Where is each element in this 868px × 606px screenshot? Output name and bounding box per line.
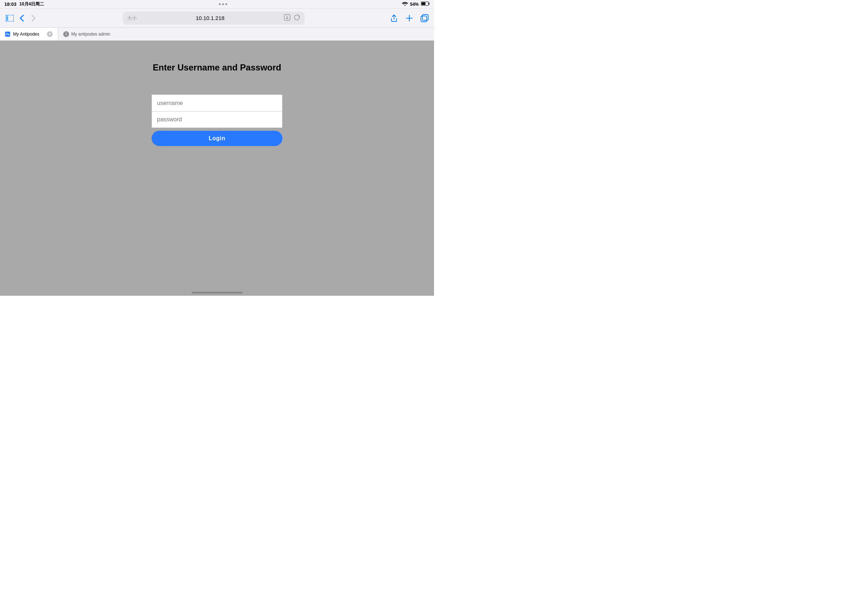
status-center-dots (219, 3, 227, 5)
address-bar-container: 大小 10.10.1.218 (42, 12, 385, 25)
reader-mode-text: 大小 (127, 15, 137, 22)
browser-nav-right (389, 13, 429, 23)
share-button[interactable] (389, 13, 399, 23)
status-bar: 18:03 10月4日周二 54% (0, 0, 434, 9)
login-button[interactable]: Login (152, 131, 282, 146)
dot-3 (225, 3, 227, 5)
dot-1 (219, 3, 221, 5)
page-content: Enter Username and Password Login (0, 41, 434, 296)
svg-rect-1 (429, 3, 429, 5)
wifi-icon (402, 2, 408, 7)
tab-close-my-antipodes[interactable]: ✕ (47, 31, 53, 37)
home-indicator (192, 292, 242, 294)
address-bar[interactable]: 大小 10.10.1.218 (123, 12, 305, 25)
svg-rect-8 (422, 14, 428, 20)
url-display: 10.10.1.218 (140, 15, 281, 21)
status-bar-right: 54% (402, 2, 429, 7)
login-form: Login (152, 94, 282, 146)
status-bar-left: 18:03 10月4日周二 (5, 1, 44, 7)
sidebar-toggle-button[interactable] (5, 13, 15, 24)
svg-rect-7 (421, 16, 427, 22)
battery-icon (421, 2, 429, 7)
tab-antipodes-admin[interactable]: 1 My antipodes admin (58, 28, 115, 40)
page-title: Enter Username and Password (153, 62, 281, 73)
tab-badge-admin: 1 (63, 31, 69, 37)
back-button[interactable] (17, 13, 27, 23)
tab-title-my-antipodes: My Antipodes (13, 32, 44, 37)
password-input[interactable] (152, 111, 282, 128)
tab-title-admin: My antipodes admin (71, 32, 110, 37)
status-date: 10月4日周二 (19, 1, 44, 7)
reload-icon[interactable] (294, 14, 300, 22)
dot-2 (222, 3, 224, 5)
forward-button[interactable] (28, 13, 39, 23)
browser-chrome: 大小 10.10.1.218 (0, 9, 434, 28)
status-time: 18:03 (5, 2, 16, 7)
tab-favicon-antipodes (5, 32, 10, 37)
tab-my-antipodes[interactable]: My Antipodes ✕ (0, 28, 58, 40)
add-tab-button[interactable] (404, 13, 414, 23)
svg-rect-2 (422, 3, 426, 5)
tab-overview-button[interactable] (420, 13, 429, 23)
tab-bar: My Antipodes ✕ 1 My antipodes admin (0, 28, 434, 41)
address-bar-icons (284, 14, 300, 23)
browser-nav-left (5, 13, 39, 24)
username-input[interactable] (152, 94, 282, 111)
battery-percentage: 54% (410, 2, 419, 7)
download-icon[interactable] (284, 14, 291, 23)
